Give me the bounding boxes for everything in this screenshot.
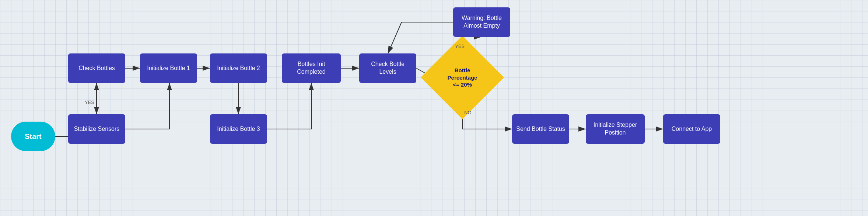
- yes-label-1: YES: [85, 100, 94, 105]
- init-bottle1-label: Initialize Bottle 1: [147, 65, 190, 72]
- bottle-percentage-text: BottlePercentage<= 20%: [438, 67, 486, 88]
- check-bottles-label: Check Bottles: [78, 65, 115, 72]
- warning-bottle-node: Warning: Bottle Almost Empty: [453, 7, 510, 37]
- init-stepper-node: Initialize Stepper Position: [586, 114, 645, 144]
- yes-label-2: YES: [455, 43, 465, 49]
- init-stepper-label: Initialize Stepper Position: [589, 121, 642, 137]
- start-label: Start: [25, 132, 42, 141]
- check-bottle-levels-node: Check Bottle Levels: [359, 53, 416, 83]
- init-bottle1-node: Initialize Bottle 1: [140, 53, 197, 83]
- bottles-init-completed-node: Bottles Init Completed: [282, 53, 341, 83]
- check-bottle-levels-label: Check Bottle Levels: [362, 60, 413, 76]
- bottle-percentage-wrapper: BottlePercentage<= 20%: [433, 48, 492, 107]
- send-bottle-status-node: Send Bottle Status: [512, 114, 569, 144]
- init-bottle3-node: Initialize Bottle 3: [210, 114, 267, 144]
- stabilize-sensors-node: Stabilize Sensors: [68, 114, 125, 144]
- init-bottle2-label: Initialize Bottle 2: [217, 65, 260, 72]
- bottles-init-completed-label: Bottles Init Completed: [285, 60, 338, 76]
- connect-to-app-label: Connect to App: [672, 125, 712, 133]
- warning-bottle-label: Warning: Bottle Almost Empty: [456, 14, 507, 30]
- start-node: Start: [11, 122, 55, 151]
- init-bottle3-label: Initialize Bottle 3: [217, 125, 260, 133]
- no-label-1: NO: [464, 110, 472, 115]
- stabilize-sensors-label: Stabilize Sensors: [74, 125, 120, 133]
- init-bottle2-node: Initialize Bottle 2: [210, 53, 267, 83]
- check-bottles-node: Check Bottles: [68, 53, 125, 83]
- send-bottle-status-label: Send Bottle Status: [516, 125, 565, 133]
- connect-to-app-node: Connect to App: [663, 114, 720, 144]
